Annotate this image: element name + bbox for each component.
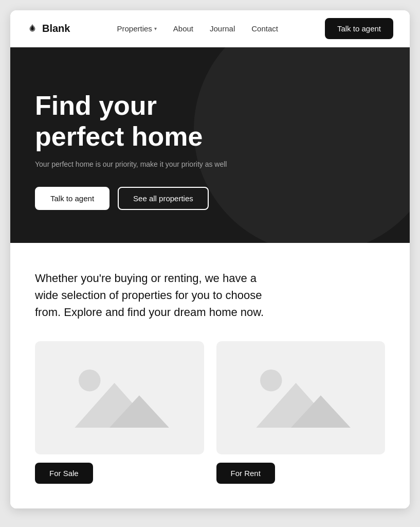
- hero-title: Find your perfect home: [35, 91, 385, 152]
- nav-item-properties[interactable]: Properties ▾: [117, 24, 156, 33]
- hero-see-properties-button[interactable]: See all properties: [118, 187, 209, 210]
- svg-point-7: [260, 370, 282, 392]
- image-placeholder-icon-sale: [35, 341, 204, 454]
- property-cards: For Sale For Rent: [35, 341, 385, 484]
- content-section: Whether you're buying or renting, we hav…: [10, 243, 410, 508]
- property-card-rent: For Rent: [216, 341, 386, 484]
- property-image-rent: [216, 341, 386, 454]
- nav-menu: Properties ▾ About Journal Contact: [117, 24, 278, 33]
- for-sale-button[interactable]: For Sale: [35, 463, 93, 484]
- hero-subtitle: Your perfect home is our priority, make …: [35, 160, 385, 168]
- chevron-down-icon: ▾: [154, 26, 157, 31]
- page-wrapper: Blank Properties ▾ About Journal Contact…: [10, 10, 410, 508]
- nav-item-contact[interactable]: Contact: [251, 24, 278, 33]
- hero-content: Find your perfect home Your perfect home…: [35, 91, 385, 210]
- for-rent-button[interactable]: For Rent: [216, 463, 275, 484]
- hero-talk-agent-button[interactable]: Talk to agent: [35, 187, 109, 210]
- image-placeholder-icon-rent: [216, 341, 386, 454]
- hero-section: Find your perfect home Your perfect home…: [10, 47, 410, 243]
- nav-item-journal[interactable]: Journal: [210, 24, 235, 33]
- hero-buttons: Talk to agent See all properties: [35, 187, 385, 210]
- nav-item-about[interactable]: About: [173, 24, 193, 33]
- property-image-sale: [35, 341, 204, 454]
- talk-to-agent-nav-button[interactable]: Talk to agent: [325, 18, 393, 39]
- svg-point-3: [79, 370, 101, 392]
- brand-icon: [27, 23, 38, 34]
- section-description: Whether you're buying or renting, we hav…: [35, 270, 282, 321]
- brand-name: Blank: [42, 23, 70, 34]
- property-card-sale: For Sale: [35, 341, 204, 484]
- brand-logo[interactable]: Blank: [27, 23, 70, 34]
- navbar: Blank Properties ▾ About Journal Contact…: [10, 10, 410, 47]
